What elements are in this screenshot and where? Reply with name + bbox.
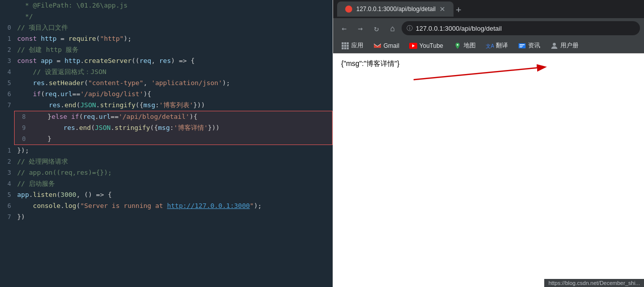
line-number: 7 <box>0 211 14 223</box>
bookmark-news[interactable]: 资讯 <box>514 40 544 51</box>
bookmark-user[interactable]: 用户册 <box>546 40 583 51</box>
line-number: 4 <box>0 66 14 78</box>
line-text: }) <box>14 211 333 223</box>
tab-title: 127.0.0.1:3000/api/blog/detail <box>356 6 435 13</box>
code-line: 1 }); <box>0 145 333 156</box>
svg-rect-6 <box>342 47 344 49</box>
svg-rect-16 <box>520 44 525 45</box>
bookmark-apps[interactable]: 应用 <box>337 40 367 51</box>
bookmark-youtube-label: YouTube <box>419 42 443 49</box>
code-line: 2 // 创建 http 服务 <box>0 44 333 55</box>
bookmark-news-label: 资讯 <box>528 41 540 50</box>
line-number: 0 <box>0 22 14 33</box>
line-text: }); <box>14 145 333 156</box>
apps-icon <box>341 42 349 50</box>
svg-rect-7 <box>344 47 346 49</box>
line-text: // app.on((req,res)={}); <box>14 167 333 178</box>
line-text: res.setHeader("content-type", 'applicati… <box>14 78 333 89</box>
code-line: 7 res.end(JSON.stringify({msg:'博客列表'})) <box>0 100 333 111</box>
bookmark-gmail[interactable]: Gmail <box>369 41 403 51</box>
line-text: app.listen(3000, () => { <box>14 189 333 200</box>
line-text: * @FilePath: \01.26\app.js <box>14 0 333 11</box>
line-number: 1 <box>0 145 14 156</box>
code-line: 7 }) <box>0 211 333 223</box>
bookmark-youtube[interactable]: YouTube <box>405 41 447 51</box>
svg-rect-8 <box>347 47 349 49</box>
tab-bar: 127.0.0.1:3000/api/blog/detail ✕ + <box>333 0 644 18</box>
line-number: 1 <box>0 33 14 44</box>
code-line: 4 // 启动服务 <box>0 178 333 189</box>
browser-content: {"msg":"博客详情"} https://blog.csdn.net/Dec… <box>333 53 644 287</box>
browser-panel: 127.0.0.1:3000/api/blog/detail ✕ + ← → ↻… <box>333 0 644 287</box>
annotation-arrow <box>333 53 644 287</box>
code-line: 5 app.listen(3000, () => { <box>0 189 333 200</box>
line-number: 0 <box>15 133 29 145</box>
bookmark-translate[interactable]: 文A 翻译 <box>482 40 512 51</box>
code-line-highlighted: 8 }else if(req.url=='/api/blog/detail'){ <box>15 111 332 122</box>
code-line: 1 const http = require("http"); <box>0 33 333 44</box>
svg-rect-2 <box>347 42 349 44</box>
line-text: */ <box>14 11 333 22</box>
browser-chrome: 127.0.0.1:3000/api/blog/detail ✕ + ← → ↻… <box>333 0 644 53</box>
bookmarks-bar: 应用 Gmail YouTube <box>333 38 644 53</box>
nav-bar: ← → ↻ ⌂ ⓘ 127.0.0.1:3000/api/blog/detail <box>333 18 644 38</box>
maps-icon <box>454 42 462 50</box>
bookmark-maps[interactable]: 地图 <box>449 40 480 51</box>
new-tab-icon[interactable]: + <box>456 4 461 15</box>
tab-favicon <box>345 6 352 13</box>
svg-rect-18 <box>520 47 522 47</box>
line-number: 5 <box>0 189 14 200</box>
line-number: 3 <box>0 55 14 66</box>
browser-tab[interactable]: 127.0.0.1:3000/api/blog/detail ✕ <box>337 2 454 17</box>
line-number: 5 <box>0 78 14 89</box>
line-text: res.end(JSON.stringify({msg:'博客详情'})) <box>29 122 332 133</box>
line-text: const http = require("http"); <box>14 33 333 44</box>
lock-icon: ⓘ <box>407 24 413 33</box>
tab-close-icon[interactable]: ✕ <box>439 5 445 13</box>
line-number: 3 <box>0 167 14 178</box>
svg-line-21 <box>414 67 545 80</box>
line-text: if(req.url=='/api/blog/list'){ <box>14 89 333 100</box>
svg-text:文A: 文A <box>486 43 494 49</box>
json-output: {"msg":"博客详情"} <box>341 59 636 68</box>
line-text: // 创建 http 服务 <box>14 44 333 55</box>
gmail-icon <box>373 42 381 50</box>
line-text: res.end(JSON.stringify({msg:'博客列表'})) <box>14 100 333 111</box>
line-text: // 启动服务 <box>14 178 333 189</box>
svg-rect-0 <box>342 42 344 44</box>
svg-rect-5 <box>347 45 349 47</box>
status-bar: https://blog.csdn.net/December_shi... <box>544 279 644 287</box>
forward-button[interactable]: → <box>353 21 367 35</box>
svg-point-13 <box>457 44 458 45</box>
svg-rect-1 <box>344 42 346 44</box>
line-text: // 项目入口文件 <box>14 22 333 33</box>
back-button[interactable]: ← <box>337 21 351 35</box>
line-text: const app = http.createServer((req, res)… <box>14 55 333 66</box>
line-number: 6 <box>0 200 14 211</box>
line-number: 7 <box>0 100 14 111</box>
user-icon <box>550 42 558 50</box>
line-number: 6 <box>0 89 14 100</box>
code-line: * @FilePath: \01.26\app.js <box>0 0 333 11</box>
line-text: } <box>29 133 332 145</box>
code-line: 6 if(req.url=='/api/blog/list'){ <box>0 89 333 100</box>
bookmark-maps-label: 地图 <box>464 41 476 50</box>
address-bar[interactable]: ⓘ 127.0.0.1:3000/api/blog/detail <box>402 21 640 35</box>
url-text: 127.0.0.1:3000/api/blog/detail <box>416 25 502 32</box>
home-button[interactable]: ⌂ <box>385 21 400 35</box>
svg-point-19 <box>553 43 556 46</box>
news-icon <box>518 42 526 50</box>
reload-button[interactable]: ↻ <box>369 21 383 35</box>
code-line: 5 res.setHeader("content-type", 'applica… <box>0 78 333 89</box>
line-number: 4 <box>0 178 14 189</box>
line-number: 8 <box>15 111 29 122</box>
code-content: * @FilePath: \01.26\app.js */ 0 // 项目入口文… <box>0 0 333 287</box>
line-number: 9 <box>15 122 29 133</box>
line-number: 2 <box>0 156 14 167</box>
line-text: console.log("Server is running at http:/… <box>14 200 333 211</box>
code-line: 4 // 设置返回格式：JSON <box>0 66 333 78</box>
code-line-highlighted: 9 res.end(JSON.stringify({msg:'博客详情'})) <box>15 122 332 133</box>
line-text: // 设置返回格式：JSON <box>14 66 333 78</box>
code-line: 3 // app.on((req,res)={}); <box>0 167 333 178</box>
code-line-highlighted: 0 } <box>15 133 332 145</box>
